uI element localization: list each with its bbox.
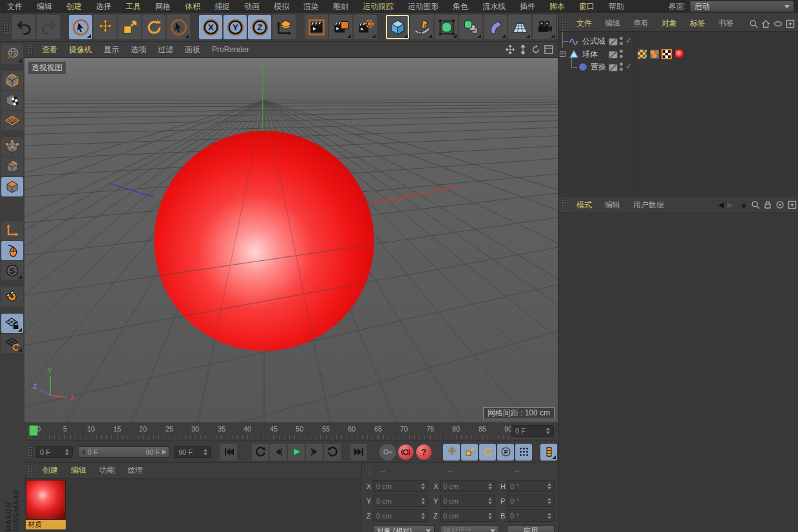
rotate-tool-button[interactable] — [142, 15, 166, 39]
autokey-button[interactable] — [397, 444, 414, 461]
camera-button[interactable] — [533, 15, 556, 39]
toolbar-drag-handle[interactable] — [3, 21, 10, 33]
layer-chip[interactable] — [609, 51, 618, 59]
layer-chip[interactable] — [609, 64, 618, 71]
menu-select[interactable]: 选择 — [89, 0, 119, 13]
add-cube-object-button[interactable] — [386, 15, 409, 39]
timeline-frames[interactable]: 0 5 10 15 20 25 30 35 40 45 50 55 60 65 … — [33, 423, 510, 441]
scale-y-field[interactable]: 0 cm — [440, 495, 495, 507]
goto-start-button[interactable] — [220, 444, 237, 461]
z-axis-lock-button[interactable]: Z — [248, 15, 271, 39]
scale-key-toggle[interactable] — [461, 444, 478, 461]
om-menu-bookmarks[interactable]: 书签 — [712, 18, 740, 29]
uvw-tag-icon[interactable] — [661, 49, 672, 59]
coordinate-system-button[interactable] — [272, 15, 296, 39]
material-tag-icon[interactable] — [674, 49, 685, 59]
tree-row-formula-field[interactable]: 公式域 ✓ — [558, 35, 798, 48]
keyframe-help-button[interactable]: ? — [415, 444, 432, 461]
spinner[interactable] — [544, 428, 550, 434]
coordinate-drag-handle[interactable] — [365, 466, 372, 477]
current-frame-field[interactable]: 0 F — [511, 425, 554, 437]
timeline-ruler[interactable]: 0 5 10 15 20 25 30 35 40 45 50 55 60 65 … — [24, 423, 558, 441]
object-tree[interactable]: 公式域 ✓ − 球体 置换 — [558, 32, 798, 198]
home-icon[interactable] — [761, 19, 770, 28]
planar-workplane-button[interactable] — [1, 334, 23, 353]
object-name[interactable]: 球体 — [582, 49, 598, 60]
menu-animate[interactable]: 动画 — [237, 0, 267, 13]
record-keyframe-button[interactable] — [379, 444, 396, 461]
tree-row-displacer[interactable]: 置换 ✓ — [558, 61, 798, 73]
viewport-menu-cameras[interactable]: 摄像机 — [63, 44, 98, 55]
rotation-key-toggle[interactable] — [479, 444, 496, 461]
workplane-mode-button[interactable] — [1, 111, 23, 130]
enabled-check-icon[interactable]: ✓ — [625, 62, 632, 71]
viewport-menu-filter[interactable]: 过滤 — [152, 44, 179, 55]
tweak-mode-button[interactable] — [1, 241, 23, 260]
last-used-tool-button[interactable] — [167, 15, 190, 39]
array-generator-button[interactable] — [459, 15, 482, 39]
attribute-manager-body[interactable] — [558, 213, 798, 532]
om-menu-file[interactable]: 文件 — [570, 18, 598, 29]
scale-z-field[interactable]: 0 cm — [440, 509, 495, 522]
visibility-dots[interactable] — [620, 37, 623, 47]
rot-p-field[interactable]: 0 ° — [507, 495, 555, 507]
y-axis-lock-button[interactable]: Y — [223, 15, 247, 39]
material-menu-function[interactable]: 功能 — [93, 465, 121, 476]
menu-script[interactable]: 脚本 — [542, 0, 572, 13]
texture-tag-icon[interactable] — [637, 49, 647, 59]
size-mode-dropdown[interactable]: 绝对尺寸 — [440, 526, 499, 532]
redo-button[interactable] — [37, 15, 60, 39]
pos-y-field[interactable]: 0 cm — [373, 495, 428, 507]
subdivision-surface-button[interactable] — [435, 15, 458, 39]
material-drag-handle[interactable] — [28, 465, 34, 477]
make-editable-button[interactable] — [1, 44, 23, 64]
lock-workplane-button[interactable] — [1, 314, 23, 333]
material-list[interactable]: 材质 — [24, 479, 361, 532]
deformer-button[interactable] — [484, 15, 507, 39]
viewport-menu-panel[interactable]: 面板 — [179, 44, 206, 55]
viewport-menu-prorender[interactable]: ProRender — [206, 45, 255, 54]
am-menu-mode[interactable]: 模式 — [570, 200, 598, 211]
parameter-key-toggle[interactable]: P — [497, 444, 514, 461]
edit-render-settings-button[interactable] — [354, 15, 377, 39]
play-backwards-button[interactable] — [252, 444, 269, 461]
am-menu-user-data[interactable]: 用户数据 — [627, 200, 670, 211]
menu-snap[interactable]: 捕捉 — [207, 0, 237, 13]
material-menu-edit[interactable]: 编辑 — [64, 465, 93, 476]
texture-mode-button[interactable] — [1, 91, 23, 110]
viewport-menu-display[interactable]: 显示 — [98, 44, 125, 55]
om-menu-tags[interactable]: 标签 — [683, 18, 712, 29]
history-back-icon[interactable]: ◀ — [718, 201, 724, 209]
menu-motion-tracker[interactable]: 运动跟踪 — [356, 0, 401, 13]
rot-b-field[interactable]: 0 ° — [507, 509, 555, 522]
menu-pipeline[interactable]: 流水线 — [475, 0, 513, 13]
draw-spline-button[interactable] — [410, 15, 433, 39]
material-menu-texture[interactable]: 纹理 — [121, 465, 149, 476]
lock-icon[interactable] — [763, 200, 772, 209]
menu-volume[interactable]: 体积 — [178, 0, 207, 13]
polygons-mode-button[interactable] — [1, 177, 23, 196]
timeline-window-button[interactable] — [540, 444, 557, 461]
range-end-field[interactable]: 90 F — [175, 446, 211, 458]
rotate-view-icon[interactable] — [531, 44, 541, 55]
tree-row-sphere[interactable]: − 球体 — [558, 48, 798, 61]
history-forward-icon[interactable]: ▶ — [727, 201, 733, 209]
play-button[interactable] — [288, 444, 305, 461]
viewport-drag-handle[interactable] — [28, 44, 34, 55]
visibility-dots[interactable] — [620, 62, 623, 73]
enable-axis-button[interactable] — [1, 221, 23, 240]
apply-button[interactable]: 应用 — [507, 526, 555, 532]
add-panel-icon[interactable] — [788, 200, 797, 209]
view-label[interactable]: 透视视图 — [28, 61, 66, 75]
object-name[interactable]: 置换 — [591, 62, 606, 73]
menu-sculpt[interactable]: 雕刻 — [326, 0, 356, 13]
x-axis-lock-button[interactable]: X — [199, 15, 222, 39]
soft-selection-button[interactable]: S — [1, 261, 23, 280]
live-selection-button[interactable] — [69, 15, 92, 39]
range-right-arrow-icon[interactable] — [162, 450, 166, 455]
point-level-animation-toggle[interactable] — [515, 444, 532, 461]
snap-button[interactable] — [1, 287, 23, 307]
menu-character[interactable]: 角色 — [446, 0, 475, 13]
render-to-picture-viewer-button[interactable] — [329, 15, 352, 39]
enabled-check-icon[interactable]: ✓ — [625, 36, 632, 45]
